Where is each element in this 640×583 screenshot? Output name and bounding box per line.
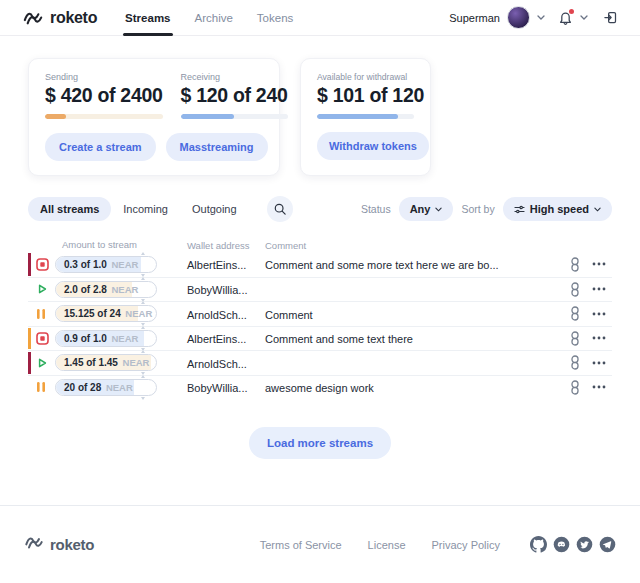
header-comment: Comment: [265, 240, 306, 251]
row-menu-button[interactable]: [590, 383, 608, 391]
row-accent-bar: [28, 352, 31, 374]
create-stream-button[interactable]: Create a stream: [45, 133, 156, 161]
filter-tab-incoming[interactable]: Incoming: [111, 197, 180, 221]
stream-progress-pill: 0.9 of 1.0 NEAR: [55, 330, 157, 347]
stream-row[interactable]: 2.0 of 2.8 NEAR BobyWillia...: [28, 277, 612, 302]
link-icon: [570, 380, 580, 395]
row-menu-button[interactable]: [590, 310, 608, 318]
row-accent-bar: [28, 303, 31, 325]
row-menu-button[interactable]: [590, 359, 608, 367]
stream-comment: Comment and some text there: [265, 333, 419, 345]
notification-dot: [569, 9, 574, 14]
status-filter-dropdown[interactable]: Any: [399, 197, 454, 221]
chevron-down-icon[interactable]: [537, 15, 545, 20]
discord-link[interactable]: [553, 536, 570, 553]
wallet-address: BobyWillia...: [187, 284, 248, 296]
stream-row[interactable]: 0.9 of 1.0 NEAR AlbertEins... Comment an…: [28, 326, 612, 351]
chevron-down-icon[interactable]: [580, 15, 588, 20]
status-filter-label: Status: [361, 203, 391, 215]
status-stopped-icon: [36, 258, 49, 271]
streams-summary-card: Sending $ 420 of 2400 Receiving $ 120 of…: [28, 58, 280, 176]
withdrawal-label: Available for withdrawal: [317, 72, 414, 82]
github-link[interactable]: [530, 536, 547, 553]
stream-amount: 20 of 28: [64, 382, 101, 393]
filter-tab-all-streams[interactable]: All streams: [28, 197, 111, 221]
receiving-value: $ 120 of 240: [181, 84, 288, 107]
nav-tab-streams[interactable]: Streams: [125, 12, 170, 24]
telegram-link[interactable]: [599, 536, 616, 553]
link-icon: [570, 306, 580, 321]
stream-amount: 0.3 of 1.0: [64, 259, 107, 270]
terms-of-service-link[interactable]: Terms of Service: [260, 539, 342, 551]
row-menu-button[interactable]: [590, 260, 608, 268]
stream-link-button[interactable]: [568, 329, 582, 348]
footer-logo[interactable]: roketo: [24, 534, 94, 555]
sort-by-label: Sort by: [461, 203, 494, 215]
row-accent-bar: [28, 279, 31, 301]
sort-sliders-icon: [514, 205, 525, 214]
token-symbol: NEAR: [120, 357, 150, 368]
stream-amount: 2.0 of 2.8: [64, 284, 107, 295]
page-footer: roketo Terms of Service License Privacy …: [0, 505, 640, 583]
row-menu-button[interactable]: [590, 334, 608, 342]
load-more-streams-button[interactable]: Load more streams: [249, 427, 391, 459]
license-link[interactable]: License: [368, 539, 406, 551]
link-icon: [570, 331, 580, 346]
stream-progress-pill: 2.0 of 2.8 NEAR: [55, 281, 157, 298]
wallet-address: AlbertEins...: [187, 333, 246, 345]
stop-icon: [36, 258, 49, 271]
stream-comment: Comment: [265, 309, 319, 321]
stream-row[interactable]: 0.3 of 1.0 NEAR AlbertEins... Comment an…: [28, 252, 612, 277]
row-menu-button[interactable]: [590, 285, 608, 293]
pause-icon: [36, 308, 46, 320]
search-button[interactable]: [267, 196, 293, 222]
masstreaming-button[interactable]: Masstreaming: [166, 133, 268, 161]
brand-name: roketo: [50, 9, 97, 27]
stream-comment: awesome design work: [265, 382, 380, 394]
ellipsis-icon: [592, 336, 606, 340]
receiving-stat: Receiving $ 120 of 240: [181, 72, 288, 119]
sending-stat: Sending $ 420 of 2400: [45, 72, 163, 119]
token-symbol: NEAR: [109, 333, 139, 344]
nav-tab-tokens[interactable]: Tokens: [257, 12, 293, 24]
roketo-logo-icon: [24, 534, 44, 555]
footer-brand-name: roketo: [50, 536, 94, 553]
stream-progress-pill: 15.125 of 24 NEAR: [55, 305, 157, 322]
wallet-address: BobyWillia...: [187, 382, 248, 394]
stream-link-button[interactable]: [568, 378, 582, 397]
stream-progress-pill: 20 of 28 NEAR: [55, 379, 157, 396]
stream-link-button[interactable]: [568, 255, 582, 274]
link-icon: [570, 282, 580, 297]
main-nav: Streams Archive Tokens: [125, 12, 293, 24]
stream-comment: Comment and some more text here we are b…: [265, 259, 505, 271]
stats-cards: Sending $ 420 of 2400 Receiving $ 120 of…: [0, 58, 640, 176]
privacy-policy-link[interactable]: Privacy Policy: [432, 539, 500, 551]
filter-tab-outgoing[interactable]: Outgoing: [180, 197, 249, 221]
stream-link-button[interactable]: [568, 353, 582, 372]
stream-link-button[interactable]: [568, 280, 582, 299]
stream-row[interactable]: 20 of 28 NEAR BobyWillia... awesome desi…: [28, 375, 612, 400]
notifications-bell-icon[interactable]: [558, 10, 573, 26]
user-avatar[interactable]: [507, 6, 530, 29]
user-name: Superman: [449, 12, 500, 24]
stream-amount: 15.125 of 24: [64, 308, 121, 319]
table-header-row: Amount to stream Wallet address Comment: [28, 236, 612, 252]
ellipsis-icon: [592, 361, 606, 365]
filter-bar: All streams Incoming Outgoing Status Any…: [0, 196, 640, 222]
link-icon: [570, 257, 580, 272]
nav-tab-archive[interactable]: Archive: [195, 12, 233, 24]
stream-link-button[interactable]: [568, 304, 582, 323]
status-active-icon: [36, 357, 48, 369]
stream-row[interactable]: 15.125 of 24 NEAR ArnoldSch... Comment: [28, 301, 612, 326]
withdrawal-progress-bar: [317, 114, 414, 119]
twitter-link[interactable]: [576, 536, 593, 553]
sort-dropdown[interactable]: High speed: [503, 197, 612, 221]
row-accent-bar: [28, 253, 31, 276]
stream-row[interactable]: 1.45 of 1.45 NEAR ArnoldSch...: [28, 350, 612, 375]
ellipsis-icon: [592, 385, 606, 389]
header-wallet: Wallet address: [187, 240, 249, 251]
withdraw-tokens-button[interactable]: Withdraw tokens: [317, 132, 429, 160]
token-symbol: NEAR: [109, 259, 139, 270]
logout-icon[interactable]: [603, 10, 618, 25]
app-logo[interactable]: roketo: [22, 9, 97, 27]
